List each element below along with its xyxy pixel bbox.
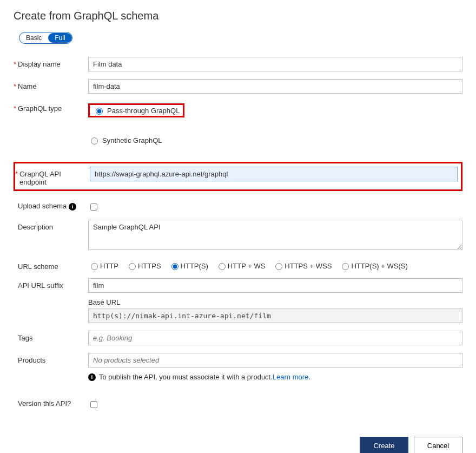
version-checkbox[interactable] (90, 401, 97, 408)
radio-passthrough[interactable] (96, 108, 103, 115)
info-icon: i (88, 373, 96, 381)
description-input[interactable]: Sample GraphQL API (88, 220, 462, 250)
radio-http-s-ws-s[interactable]: HTTP(S) + WS(S) (339, 261, 407, 270)
mode-toggle[interactable]: Basic Full (19, 32, 72, 44)
row-url-scheme: URL scheme HTTP HTTPS HTTP(S) HTTP + WS … (14, 259, 462, 271)
upload-schema-checkbox[interactable] (90, 203, 97, 211)
label-name: Name (18, 79, 88, 90)
radio-synthetic[interactable] (91, 137, 98, 145)
row-version: Version this API? (14, 396, 462, 410)
required-marker: * (15, 167, 19, 178)
radio-passthrough-label: Pass-through GraphQL (107, 107, 180, 115)
required-marker: * (14, 101, 18, 113)
publish-note: i To publish the API, you must associate… (88, 373, 462, 381)
display-name-input[interactable] (88, 57, 462, 71)
required-marker: * (14, 57, 18, 68)
suffix-input[interactable] (88, 278, 462, 293)
radio-https[interactable]: HTTPS (126, 261, 161, 270)
row-tags: Tags (14, 331, 462, 345)
create-button[interactable]: Create (360, 437, 408, 453)
highlight-passthrough: Pass-through GraphQL (88, 103, 184, 117)
label-description: Description (18, 220, 88, 231)
footer: Create Cancel (14, 437, 462, 453)
row-products: Products i To publish the API, you must … (14, 353, 462, 381)
radio-http[interactable]: HTTP (88, 261, 118, 270)
radio-https-wss[interactable]: HTTPS + WSS (273, 261, 332, 270)
label-graphql-type: GraphQL type (18, 101, 88, 113)
toggle-basic[interactable]: Basic (19, 33, 48, 43)
label-suffix: API URL suffix (18, 278, 88, 290)
label-endpoint: GraphQL API endpoint (19, 167, 90, 186)
row-description: Description Sample GraphQL API (14, 220, 462, 252)
row-suffix: API URL suffix Base URL http(s)://nimak-… (14, 278, 462, 323)
endpoint-input[interactable] (90, 167, 458, 181)
label-products: Products (18, 353, 88, 364)
label-display-name: Display name (18, 57, 88, 68)
cancel-button[interactable]: Cancel (414, 437, 462, 453)
radio-http-s[interactable]: HTTP(S) (169, 261, 208, 270)
learn-more-link[interactable]: Learn more. (273, 373, 310, 381)
radio-http-ws[interactable]: HTTP + WS (216, 261, 265, 270)
toggle-full[interactable]: Full (48, 33, 71, 43)
label-version: Version this API? (18, 396, 88, 408)
row-upload-schema: Upload schema i (14, 199, 462, 212)
radio-synthetic-label: Synthetic GraphQL (102, 136, 162, 145)
page-title: Create from GraphQL schema (14, 10, 462, 22)
required-marker: * (14, 79, 18, 90)
row-name: * Name (14, 79, 462, 94)
row-graphql-type: * GraphQL type Pass-through GraphQL Synt… (14, 101, 462, 147)
label-upload-schema: Upload schema i (18, 199, 88, 211)
row-display-name: * Display name (14, 57, 462, 71)
products-input[interactable] (88, 353, 462, 367)
highlight-endpoint: * GraphQL API endpoint (14, 162, 462, 191)
info-icon[interactable]: i (69, 203, 76, 211)
tags-input[interactable] (88, 331, 462, 345)
name-input[interactable] (88, 79, 462, 94)
label-url-scheme: URL scheme (18, 259, 88, 271)
base-url-field: http(s)://nimak-api.int-azure-api.net/fi… (88, 308, 462, 323)
label-tags: Tags (18, 331, 88, 342)
label-base-url: Base URL (88, 298, 462, 306)
